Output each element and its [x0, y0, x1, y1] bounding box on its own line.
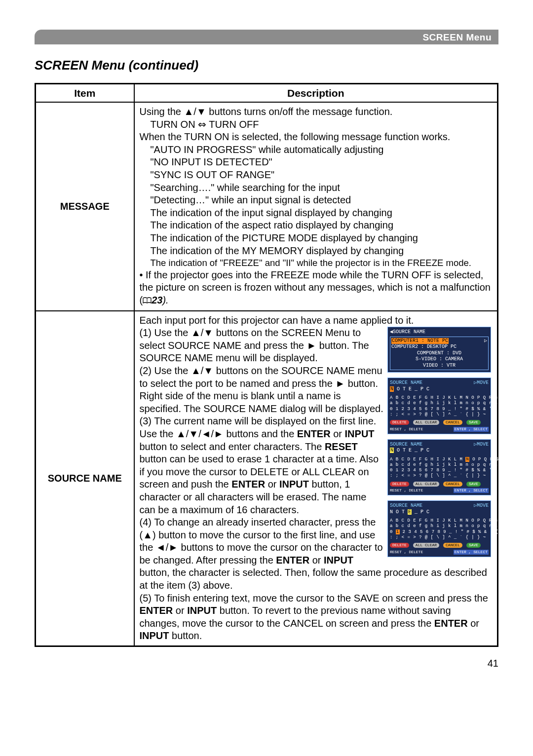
- item-source-name: SOURCE NAME: [36, 311, 134, 646]
- table-row: MESSAGE Using the ▲/▼ buttons turns on/o…: [36, 102, 498, 311]
- leftright-icon: ⇔: [198, 119, 206, 130]
- osd-dialog-2: SOURCE NAME▷MOVE N O T E _ P C A B C D E…: [387, 439, 491, 496]
- up-down-icon: ▲/▼: [191, 327, 213, 338]
- header-label: SCREEN Menu: [422, 32, 492, 44]
- osd-dialog-1: SOURCE NAME▷MOVE N O T E _ P C A B C D E…: [387, 378, 491, 434]
- col-header-description: Description: [134, 83, 498, 102]
- all-arrows-icon: ▲/▼/◄/►: [176, 428, 224, 439]
- osd-source-list: ◀SOURCE NAME COMPUTER1 : NOTE PC ▷ COMPU…: [387, 327, 491, 373]
- osd-screenshots: ◀SOURCE NAME COMPUTER1 : NOTE PC ▷ COMPU…: [384, 327, 492, 562]
- book-icon: [143, 295, 152, 307]
- section-title: SCREEN Menu (continued): [35, 57, 498, 74]
- header-bar: SCREEN Menu: [35, 30, 498, 44]
- desc-source-name: Each input port for this projector can h…: [134, 311, 498, 646]
- desc-message: Using the ▲/▼ buttons turns on/off the m…: [134, 102, 498, 311]
- up-down-icon: ▲/▼: [191, 365, 213, 376]
- table-row: SOURCE NAME Each input port for this pro…: [36, 311, 498, 646]
- page-number: 41: [35, 657, 498, 670]
- left-right-icon: ◄/►: [156, 542, 178, 553]
- right-icon: ►: [307, 340, 317, 351]
- osd-dialog-3: SOURCE NAME▷MOVE N O T E _ P C A B C D E…: [387, 500, 491, 557]
- menu-table: Item Description MESSAGE Using the ▲/▼ b…: [35, 83, 498, 647]
- item-message: MESSAGE: [36, 102, 134, 311]
- right-icon: ►: [335, 378, 345, 389]
- up-down-icon: ▲/▼: [184, 106, 206, 117]
- col-header-item: Item: [36, 83, 134, 102]
- up-icon: ▲: [143, 529, 152, 540]
